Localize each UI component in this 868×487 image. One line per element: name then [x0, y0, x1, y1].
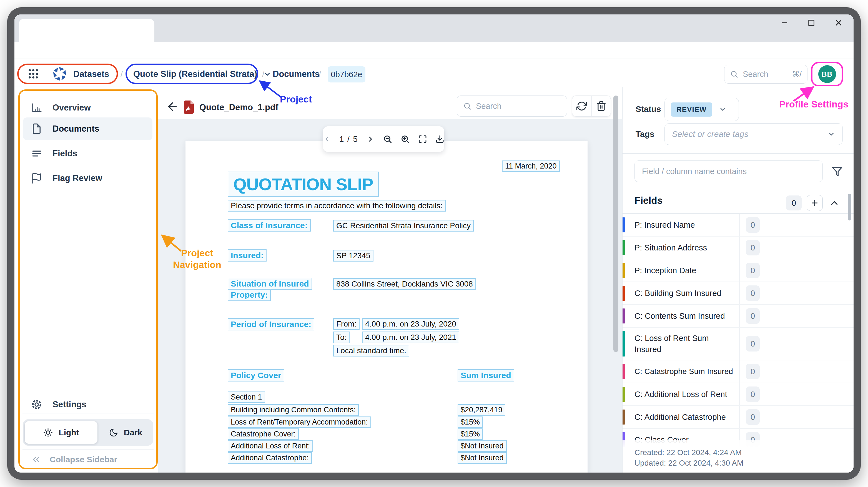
field-color-bar — [623, 286, 625, 301]
field-name: P: Inception Date — [634, 260, 735, 281]
global-search[interactable]: ⌘/ — [724, 65, 807, 84]
field-name: C: Building Sum Insured — [634, 283, 735, 304]
page-controls: 1 / 5 — [323, 126, 444, 152]
field-name: C: Contents Sum Insured — [634, 305, 735, 327]
pdf-title: QUOTATION SLIP — [228, 172, 379, 197]
field-color-bar — [623, 217, 625, 233]
field-name: P: Insured Name — [634, 214, 735, 236]
zoom-out-icon[interactable] — [383, 133, 392, 145]
pdf-period-to-value: 4.00 p.m. on 23 July, 2021 — [362, 332, 459, 343]
collapse-icon — [31, 454, 41, 465]
filter-icon[interactable] — [832, 166, 843, 177]
documents-icon — [31, 123, 42, 135]
next-page-icon[interactable] — [367, 134, 375, 144]
field-name: C: Loss of Rent Sum Insured — [634, 328, 718, 360]
add-field-button[interactable] — [807, 195, 823, 211]
field-filter-input[interactable] — [634, 160, 823, 182]
pdf-intro: Please provide terms in accordance with … — [228, 200, 446, 212]
add-icon — [810, 198, 819, 208]
divider — [23, 413, 154, 414]
document-search[interactable] — [457, 95, 567, 117]
sidebar-item-label: Settings — [53, 399, 86, 409]
pdf-kv-label: Situation of Insured — [228, 278, 312, 290]
field-count: 0 — [746, 387, 760, 402]
field-count: 0 — [746, 308, 760, 324]
project-selector[interactable]: Quote Slip (Residential Strata) — [133, 69, 272, 79]
pdf-policy-cover-heading: Policy Cover — [228, 369, 284, 382]
field-row[interactable]: C: Catastrophe Sum Insured 0 — [623, 360, 854, 383]
tags-placeholder: Select or create tags — [672, 129, 748, 139]
theme-dark-label: Dark — [124, 428, 143, 437]
app-grid-icon[interactable] — [27, 68, 39, 80]
sidebar-item-fields[interactable]: Fields — [23, 144, 152, 163]
divider — [623, 153, 854, 154]
field-row[interactable]: P: Inception Date 0 — [623, 259, 854, 282]
pdf-cover-value: $Not Insured — [458, 452, 507, 464]
pdf-cover-value: $15% — [458, 417, 483, 428]
theme-light-button[interactable]: Light — [25, 421, 97, 444]
close-icon[interactable] — [834, 18, 843, 28]
breadcrumb-datasets[interactable]: Datasets — [73, 69, 109, 79]
delete-button[interactable] — [591, 96, 611, 116]
pdf-area: 1 / 5 11 March, 2020 QUOTATION SLIP Plea… — [158, 119, 622, 473]
status-dropdown[interactable]: REVIEW — [664, 98, 739, 121]
field-count: 0 — [746, 336, 760, 352]
back-icon[interactable] — [166, 100, 179, 113]
field-color-bar — [623, 263, 625, 278]
pdf-kv-label: Insured: — [228, 249, 267, 262]
zoom-in-icon[interactable] — [400, 133, 410, 145]
field-row[interactable]: C: Building Sum Insured 0 — [623, 282, 854, 305]
pdf-cover-value: $Not Insured — [458, 440, 507, 452]
dropdown-icon — [719, 105, 727, 113]
avatar[interactable]: BB — [818, 65, 836, 83]
field-row[interactable]: P: Insured Name 0 — [623, 214, 854, 237]
field-row[interactable]: C: Contents Sum Insured 0 — [623, 305, 854, 328]
browser-tab[interactable] — [19, 19, 154, 42]
field-row[interactable]: C: Loss of Rent Sum Insured 0 — [623, 328, 854, 360]
prev-page-icon[interactable] — [323, 134, 331, 144]
field-count: 0 — [746, 364, 760, 379]
profile-button[interactable]: BB — [811, 62, 843, 86]
field-count: 0 — [746, 240, 760, 255]
dropdown-icon — [263, 70, 272, 78]
refresh-button[interactable] — [572, 96, 591, 116]
flag-review-icon — [31, 173, 42, 184]
breadcrumb-documents[interactable]: Documents — [273, 69, 319, 79]
pdf-date: 11 March, 2020 — [502, 160, 560, 172]
minimize-icon[interactable] — [780, 18, 789, 28]
breadcrumb-separator: / — [319, 69, 321, 79]
field-row[interactable]: C: Additional Catastrophe 0 — [623, 406, 854, 429]
field-name: P: Situation Address — [634, 237, 735, 258]
panel-scrollbar[interactable] — [848, 194, 851, 220]
collapse-section-icon[interactable] — [829, 198, 840, 208]
theme-dark-button[interactable]: Dark — [100, 421, 151, 444]
pdf-period-note: Local standard time. — [333, 345, 409, 357]
updated-timestamp: Updated: 22 Oct 2024, 4:30 AM — [634, 458, 853, 468]
breadcrumb-separator: / — [121, 69, 123, 79]
fullscreen-icon[interactable] — [418, 134, 427, 144]
collapse-sidebar-button[interactable]: Collapse Sidebar — [23, 450, 152, 469]
sidebar-item-documents[interactable]: Documents — [23, 117, 152, 140]
sidebar-item-label: Overview — [53, 103, 91, 113]
document-search-input[interactable] — [476, 102, 561, 111]
global-search-input[interactable] — [743, 70, 787, 79]
field-color-bar — [623, 308, 625, 324]
document-filename: Quote_Demo_1.pdf — [199, 102, 278, 113]
maximize-icon[interactable] — [807, 18, 816, 27]
dropdown-icon — [828, 130, 835, 138]
search-shortcut: ⌘/ — [792, 70, 802, 79]
tags-dropdown[interactable]: Select or create tags — [664, 123, 843, 145]
sidebar-item-flag-review[interactable]: Flag Review — [23, 169, 152, 187]
download-icon[interactable] — [435, 134, 444, 144]
field-row[interactable]: C: Additional Loss of Rent 0 — [623, 383, 854, 406]
main-scrollbar[interactable] — [613, 95, 618, 352]
field-name: C: Catastrophe Sum Insured — [634, 361, 735, 382]
field-count: 0 — [746, 217, 760, 233]
delete-icon — [596, 101, 607, 111]
sidebar-item-overview[interactable]: Overview — [23, 98, 152, 117]
sidebar-item-settings[interactable]: Settings — [23, 395, 152, 414]
pdf-period-to-label: To: — [333, 332, 349, 343]
field-row[interactable]: P: Situation Address 0 — [623, 237, 854, 259]
browser-navbar — [14, 42, 854, 59]
light-icon — [43, 428, 53, 437]
